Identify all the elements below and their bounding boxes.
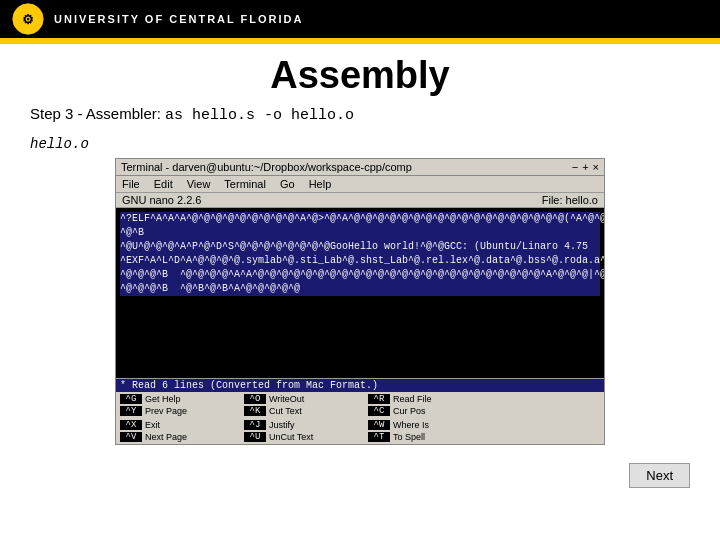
nano-status-line: * Read 6 lines (Converted from Mac Forma… bbox=[116, 379, 604, 392]
nano-cmd-justify[interactable]: ^J Justify bbox=[244, 420, 364, 430]
nano-cmd-label: Justify bbox=[269, 420, 295, 430]
minimize-button[interactable]: − bbox=[572, 161, 578, 173]
nano-cmd-exit[interactable]: ^X Exit bbox=[120, 420, 240, 430]
nano-cmd-label: Read File bbox=[393, 394, 432, 404]
nano-key-U: ^U bbox=[244, 432, 266, 442]
terminal-line-3: ^@U^@^@^@^A^P^@^D^S^@^@^@^@^@^@^@^@GooHe… bbox=[120, 240, 600, 254]
next-button[interactable]: Next bbox=[629, 463, 690, 488]
nano-cmd-label: Get Help bbox=[145, 394, 181, 404]
nano-cmd-uncut-text[interactable]: ^U UnCut Text bbox=[244, 432, 364, 442]
university-name: UNIVERSITY OF CENTRAL FLORIDA bbox=[54, 13, 304, 25]
nano-key-G: ^G bbox=[120, 394, 142, 404]
close-button[interactable]: × bbox=[593, 161, 599, 173]
menu-help[interactable]: Help bbox=[309, 178, 332, 190]
nano-key-O: ^O bbox=[244, 394, 266, 404]
nano-key-V: ^V bbox=[120, 432, 142, 442]
nano-header-bar: GNU nano 2.2.6 File: hello.o bbox=[116, 193, 604, 208]
page-title: Assembly bbox=[30, 54, 690, 97]
nano-key-R: ^R bbox=[368, 394, 390, 404]
nano-cmd-label: Cut Text bbox=[269, 406, 302, 416]
nano-cmd-label: To Spell bbox=[393, 432, 425, 442]
nano-key-Y: ^Y bbox=[120, 406, 142, 416]
nano-cmd-to-spell[interactable]: ^T To Spell bbox=[368, 432, 488, 442]
terminal-line-4: ^EXF^A^L^D^A^@^@^@^@.symlab^@.sti_Lab^@.… bbox=[120, 254, 600, 268]
terminal-bottom-bar: * Read 6 lines (Converted from Mac Forma… bbox=[116, 378, 604, 444]
menu-file[interactable]: File bbox=[122, 178, 140, 190]
nano-cmd-label: WriteOut bbox=[269, 394, 304, 404]
nano-cmd-label: Prev Page bbox=[145, 406, 187, 416]
menu-terminal[interactable]: Terminal bbox=[224, 178, 266, 190]
terminal-menubar: File Edit View Terminal Go Help bbox=[116, 176, 604, 193]
nano-cmd-label: UnCut Text bbox=[269, 432, 313, 442]
header: ⚙ UNIVERSITY OF CENTRAL FLORIDA bbox=[0, 0, 720, 38]
nano-cmd-where-is[interactable]: ^W Where Is bbox=[368, 420, 488, 430]
main-content: Assembly Step 3 - Assembler: as hello.s … bbox=[0, 44, 720, 455]
nano-cmd-read-file[interactable]: ^R Read File bbox=[368, 394, 488, 404]
terminal-window: Terminal - darven@ubuntu:~/Dropbox/works… bbox=[115, 158, 605, 445]
nano-cmd-label: Cur Pos bbox=[393, 406, 426, 416]
nano-key-T: ^T bbox=[368, 432, 390, 442]
maximize-button[interactable]: + bbox=[582, 161, 588, 173]
nano-commands-row2: ^X Exit ^J Justify ^W Where Is ^V Next P… bbox=[116, 418, 604, 444]
nano-key-C: ^C bbox=[368, 406, 390, 416]
nano-cmd-writeout[interactable]: ^O WriteOut bbox=[244, 394, 364, 404]
nano-cmd-label: Next Page bbox=[145, 432, 187, 442]
nano-file: File: hello.o bbox=[542, 194, 598, 206]
menu-view[interactable]: View bbox=[187, 178, 211, 190]
nano-cmd-get-help[interactable]: ^G Get Help bbox=[120, 394, 240, 404]
terminal-line-6: ^@^@^@^B ^@^B^@^B^A^@^@^@^@^@ bbox=[120, 282, 600, 296]
nano-key-J: ^J bbox=[244, 420, 266, 430]
nano-commands-row1: ^G Get Help ^O WriteOut ^R Read File ^Y … bbox=[116, 392, 604, 418]
terminal-window-controls[interactable]: − + × bbox=[572, 161, 599, 173]
svg-text:⚙: ⚙ bbox=[22, 12, 34, 27]
terminal-line-2: ^@^B bbox=[120, 226, 600, 240]
nano-key-K: ^K bbox=[244, 406, 266, 416]
step-label: Step 3 - Assembler: bbox=[30, 105, 161, 122]
terminal-line-1: ^?ELF^A^A^A^@^@^@^@^@^@^@^@^@^A^@>^@^A^@… bbox=[120, 212, 600, 226]
nano-cmd-prev-page[interactable]: ^Y Prev Page bbox=[120, 406, 240, 416]
nano-cmd-next-page[interactable]: ^V Next Page bbox=[120, 432, 240, 442]
nano-cmd-cut-text[interactable]: ^K Cut Text bbox=[244, 406, 364, 416]
terminal-title-text: Terminal - darven@ubuntu:~/Dropbox/works… bbox=[121, 161, 412, 173]
nano-version: GNU nano 2.2.6 bbox=[122, 194, 202, 206]
nano-key-X: ^X bbox=[120, 420, 142, 430]
menu-go[interactable]: Go bbox=[280, 178, 295, 190]
nano-cmd-label: Where Is bbox=[393, 420, 429, 430]
nano-key-W: ^W bbox=[368, 420, 390, 430]
menu-edit[interactable]: Edit bbox=[154, 178, 173, 190]
terminal-body: ^?ELF^A^A^A^@^@^@^@^@^@^@^@^@^A^@>^@^A^@… bbox=[116, 208, 604, 378]
navigation-bar: Next bbox=[0, 455, 720, 492]
terminal-titlebar: Terminal - darven@ubuntu:~/Dropbox/works… bbox=[116, 159, 604, 176]
step-description: Step 3 - Assembler: as hello.s -o hello.… bbox=[30, 105, 690, 124]
step-command: as hello.s -o hello.o bbox=[165, 107, 354, 124]
terminal-line-5: ^@^@^@^B ^@^@^@^@^A^A^@^@^@^@^@^@^@^@^@^… bbox=[120, 268, 600, 282]
nano-cmd-cur-pos[interactable]: ^C Cur Pos bbox=[368, 406, 488, 416]
file-label: hello.o bbox=[30, 136, 690, 152]
ucf-logo-icon: ⚙ bbox=[12, 3, 44, 35]
nano-cmd-label: Exit bbox=[145, 420, 160, 430]
